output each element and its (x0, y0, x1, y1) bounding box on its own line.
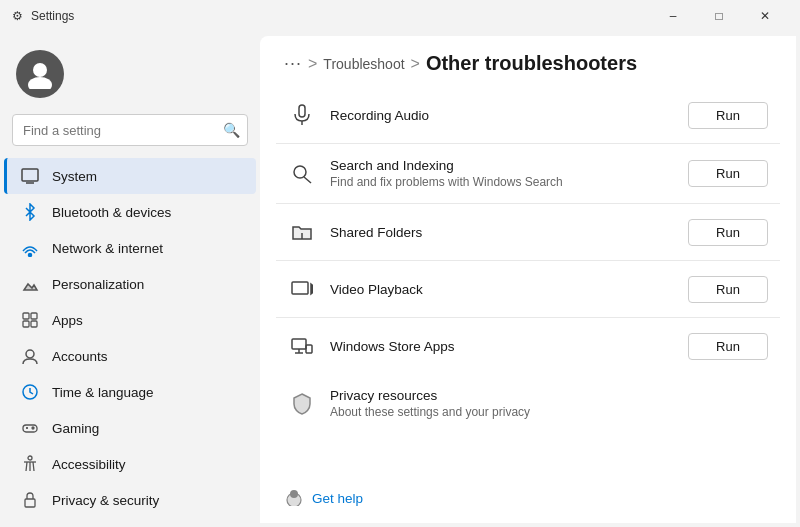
privacy-icon (288, 390, 316, 418)
search-indexing-run-button[interactable]: Run (688, 160, 768, 187)
svg-rect-28 (306, 345, 312, 353)
shared-folders-run-button[interactable]: Run (688, 219, 768, 246)
sidebar-item-apps[interactable]: Apps (4, 302, 256, 338)
sidebar-item-network[interactable]: Network & internet (4, 230, 256, 266)
time-icon (20, 382, 40, 402)
sidebar-item-gaming[interactable]: Gaming (4, 410, 256, 446)
search-indexing-icon (288, 160, 316, 188)
search-indexing-text: Search and IndexingFind and fix problems… (330, 158, 674, 189)
app-title: Settings (31, 9, 74, 23)
sidebar-item-label-system: System (52, 169, 97, 184)
sidebar-item-accessibility[interactable]: Accessibility (4, 446, 256, 482)
privacy-subtitle: About these settings and your privacy (330, 405, 768, 419)
bluetooth-icon (20, 202, 40, 222)
svg-point-9 (26, 350, 34, 358)
search-indexing-subtitle: Find and fix problems with Windows Searc… (330, 175, 674, 189)
svg-rect-8 (31, 321, 37, 327)
title-bar: ⚙ Settings – □ ✕ (0, 0, 800, 32)
breadcrumb-dots[interactable]: ··· (284, 53, 302, 74)
breadcrumb-sep1: > (308, 55, 317, 73)
svg-marker-24 (311, 284, 313, 294)
close-button[interactable]: ✕ (742, 0, 788, 32)
troubleshooter-item-windows-store-apps: Windows Store AppsRun (276, 318, 780, 374)
sidebar-item-label-bluetooth: Bluetooth & devices (52, 205, 171, 220)
title-bar-controls: – □ ✕ (650, 0, 788, 32)
windows-store-apps-text: Windows Store Apps (330, 339, 674, 354)
shared-folders-action: Run (688, 219, 768, 246)
search-indexing-title: Search and Indexing (330, 158, 674, 173)
svg-rect-17 (25, 499, 35, 507)
sidebar-item-label-time: Time & language (52, 385, 154, 400)
video-playback-text: Video Playback (330, 282, 674, 297)
svg-rect-7 (23, 321, 29, 327)
search-box[interactable]: 🔍 (12, 114, 248, 146)
video-playback-title: Video Playback (330, 282, 674, 297)
svg-point-1 (28, 77, 52, 89)
shared-folders-text: Shared Folders (330, 225, 674, 240)
privacy-title: Privacy resources (330, 388, 768, 403)
search-icon: 🔍 (223, 122, 240, 138)
ts-container: Recording AudioRunSearch and IndexingFin… (276, 87, 780, 374)
shared-folders-icon (288, 218, 316, 246)
get-help-section: Get help (260, 474, 796, 523)
svg-line-21 (304, 177, 311, 183)
avatar (16, 50, 64, 98)
system-icon (20, 166, 40, 186)
windows-store-apps-action: Run (688, 333, 768, 360)
svg-rect-18 (299, 105, 305, 117)
maximize-button[interactable]: □ (696, 0, 742, 32)
minimize-button[interactable]: – (650, 0, 696, 32)
gaming-icon (20, 418, 40, 438)
get-help-link[interactable]: Get help (312, 491, 363, 506)
breadcrumb: ··· > Troubleshoot > Other troubleshoote… (260, 36, 796, 87)
sidebar-item-label-accessibility: Accessibility (52, 457, 126, 472)
sidebar-item-privacy[interactable]: Privacy & security (4, 482, 256, 518)
recording-audio-run-button[interactable]: Run (688, 102, 768, 129)
sidebar-item-system[interactable]: System (4, 158, 256, 194)
troubleshooter-item-shared-folders: Shared FoldersRun (276, 204, 780, 261)
windows-store-apps-run-button[interactable]: Run (688, 333, 768, 360)
recording-audio-text: Recording Audio (330, 108, 674, 123)
breadcrumb-sep2: > (411, 55, 420, 73)
privacy-resources-item: Privacy resources About these settings a… (276, 374, 780, 433)
sidebar-item-label-apps: Apps (52, 313, 83, 328)
recording-audio-icon (288, 101, 316, 129)
nav-container: SystemBluetooth & devicesNetwork & inter… (0, 158, 260, 518)
accounts-icon (20, 346, 40, 366)
troubleshooter-item-search-indexing: Search and IndexingFind and fix problems… (276, 144, 780, 204)
settings-icon: ⚙ (12, 9, 23, 23)
video-playback-icon (288, 275, 316, 303)
privacy-text: Privacy resources About these settings a… (330, 388, 768, 419)
video-playback-run-button[interactable]: Run (688, 276, 768, 303)
svg-point-0 (33, 63, 47, 77)
svg-rect-5 (23, 313, 29, 319)
svg-rect-23 (292, 282, 308, 294)
main-content: ··· > Troubleshoot > Other troubleshoote… (260, 36, 796, 523)
apps-icon (20, 310, 40, 330)
network-icon (20, 238, 40, 258)
get-help-icon (284, 486, 304, 511)
sidebar-item-label-privacy: Privacy & security (52, 493, 159, 508)
sidebar-profile (0, 40, 260, 114)
sidebar: 🔍 SystemBluetooth & devicesNetwork & int… (0, 32, 260, 527)
sidebar-item-label-gaming: Gaming (52, 421, 99, 436)
svg-point-20 (294, 166, 306, 178)
troubleshooter-list: Recording AudioRunSearch and IndexingFin… (260, 87, 796, 474)
accessibility-icon (20, 454, 40, 474)
windows-store-apps-title: Windows Store Apps (330, 339, 674, 354)
sidebar-item-personalization[interactable]: Personalization (4, 266, 256, 302)
sidebar-item-bluetooth[interactable]: Bluetooth & devices (4, 194, 256, 230)
sidebar-item-accounts[interactable]: Accounts (4, 338, 256, 374)
sidebar-item-label-network: Network & internet (52, 241, 163, 256)
troubleshooter-item-video-playback: Video PlaybackRun (276, 261, 780, 318)
svg-rect-11 (23, 425, 37, 432)
svg-point-14 (32, 427, 34, 429)
sidebar-item-label-personalization: Personalization (52, 277, 144, 292)
recording-audio-title: Recording Audio (330, 108, 674, 123)
breadcrumb-troubleshoot[interactable]: Troubleshoot (323, 56, 404, 72)
personalization-icon (20, 274, 40, 294)
svg-rect-6 (31, 313, 37, 319)
sidebar-item-time[interactable]: Time & language (4, 374, 256, 410)
search-input[interactable] (12, 114, 248, 146)
svg-point-4 (29, 254, 32, 257)
